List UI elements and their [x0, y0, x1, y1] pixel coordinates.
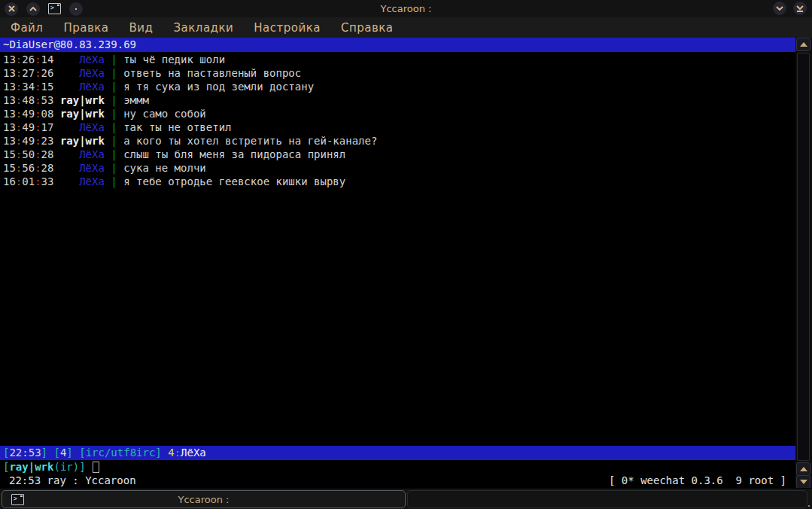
server-status-line: 22:53 ray : Yccaroon [ 0* weechat 0.3.6 …	[0, 474, 795, 488]
arrow-down-icon	[800, 480, 807, 484]
chat-message: 13:48:53 ray|wrk | эммм	[3, 93, 795, 107]
chat-message: 13:26:14 ЛёХа | ты чё педик шоли	[3, 53, 795, 66]
status-bar: [22:53] [4] [irc/utf8irc] 4:ЛёХа	[0, 446, 795, 460]
taskbar-empty-slot	[407, 490, 807, 508]
menu-item-4[interactable]: Настройка	[254, 21, 321, 35]
text-cursor	[93, 462, 99, 473]
menu-item-2[interactable]: Вид	[129, 21, 154, 35]
chat-message: 15:56:28 ЛёХа | сука не молчи	[3, 161, 795, 175]
scroll-up-button[interactable]	[796, 38, 810, 51]
arrow-up-icon	[800, 467, 807, 471]
input-prompt: [ray|wrk(ir)]	[3, 460, 86, 474]
window-menu-button[interactable]	[773, 2, 786, 15]
terminal-screen[interactable]: ~DiaUser@80.83.239.69 13:26:14 ЛёХа | ты…	[0, 38, 795, 488]
rollup-icon	[796, 5, 804, 12]
chat-message: 13:27:26 ЛёХа | ответь на паставленый во…	[3, 66, 795, 80]
input-line[interactable]: [ray|wrk(ir)]	[0, 460, 795, 474]
scrollbar[interactable]	[796, 38, 810, 488]
menubar: ФайлПравкаВидЗакладкиНастройкаСправка	[0, 17, 812, 38]
channel-topic-bar: ~DiaUser@80.83.239.69	[0, 38, 795, 52]
terminal-window: Yccaroon : ФайлПравкаВидЗакладкиНастройк…	[0, 0, 812, 509]
menu-item-3[interactable]: Закладки	[173, 21, 233, 35]
scrollbar-track[interactable]	[797, 53, 810, 461]
menu-item-0[interactable]: Файл	[11, 21, 43, 35]
chat-message: 15:50:28 ЛёХа | слыш ты бля меня за пидо…	[3, 148, 795, 161]
titlebar: Yccaroon :	[0, 0, 812, 17]
task-label: Yccaroon :	[178, 494, 230, 505]
chat-message: 13:49:23 ray|wrk | а кого ты хотел встре…	[3, 134, 795, 148]
weechat-version-info: [ 0* weechat 0.3.6 9 root ]	[609, 474, 786, 488]
window-title: Yccaroon :	[0, 3, 812, 14]
scroll-up-button-bottom[interactable]	[796, 462, 810, 476]
scroll-down-button[interactable]	[796, 475, 810, 489]
chat-messages: 13:26:14 ЛёХа | ты чё педик шоли13:27:26…	[0, 52, 795, 446]
resize-grip-icon[interactable]	[808, 505, 810, 507]
menu-item-5[interactable]: Справка	[341, 21, 394, 35]
arrow-up-icon	[800, 42, 807, 47]
taskbar: Yccaroon :	[0, 488, 812, 509]
chat-message: 13:49:08 ray|wrk | ну само собой	[3, 107, 795, 120]
taskbar-task-yccaroon[interactable]: Yccaroon :	[2, 490, 406, 508]
chat-message: 13:49:17 ЛёХа | так ты не ответил	[3, 120, 795, 134]
chat-message: 16:01:33 ЛёХа | я тебе отродье геевское …	[3, 175, 795, 188]
menu-item-1[interactable]: Правка	[63, 21, 108, 35]
server-info: 22:53 ray : Yccaroon	[9, 474, 136, 488]
rollup-button[interactable]	[793, 2, 807, 15]
chevron-down-icon	[776, 6, 783, 11]
terminal-icon	[11, 494, 24, 505]
chat-message: 13:34:15 ЛёХа | я тя сука из под земли д…	[3, 80, 795, 93]
